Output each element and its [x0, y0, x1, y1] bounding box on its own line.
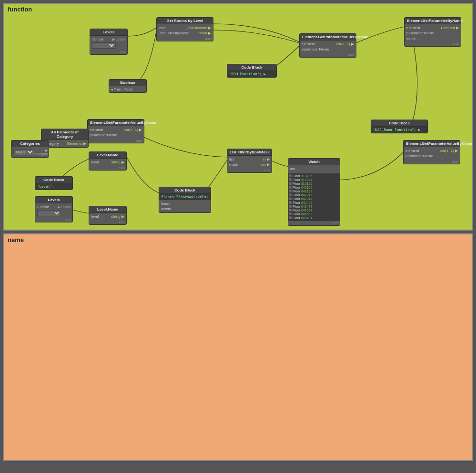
panel-function: function	[3, 3, 473, 231]
wire-svg-top	[4, 4, 472, 230]
node-level-name2-top: Level.Name levelstring ▶ auto	[89, 206, 127, 225]
wire-svg-bottom	[4, 234, 472, 460]
node-title: Element.GetParameterValueByName	[300, 34, 356, 40]
panel-name-label: name	[8, 236, 24, 243]
node-categories-top: Categories Floors▶ Category	[11, 140, 49, 158]
node-title: Level.Name	[89, 206, 126, 213]
workspace: function	[0, 3, 476, 461]
node-codeblock-rom-top: Code Block "ROM_Function"; ▶	[227, 64, 277, 78]
node-title: Levels	[35, 197, 72, 203]
node-codeblock-kac-top: Code Block "KAC_Room Function"; ▶	[371, 120, 428, 133]
panel-name: name	[3, 233, 473, 461]
node-levels2-top: Levels -3 max▶ Levels auto	[35, 196, 73, 222]
node-title: Watch	[288, 159, 340, 165]
node-title: Get Rooms by Level	[157, 18, 213, 24]
node-levels1-top: Levels -3 max▶ Levels auto	[90, 29, 128, 55]
node-elem-get-param-top: Element.GetParameterValueByName elementv…	[299, 33, 356, 58]
node-codeblock-floors-top: Code Block floors:floors==levels; floors…	[159, 187, 211, 213]
node-title: Categories	[11, 141, 49, 147]
node-title: Level.Name	[89, 152, 126, 159]
node-title: Code Block	[227, 64, 276, 71]
node-title: Code Block	[35, 177, 72, 183]
node-title: Element.GetParameterValueByName	[404, 141, 460, 147]
node-elem-set-param-top: Element.SetParameterByName elementElemen…	[404, 17, 461, 47]
node-title: Levels	[90, 29, 127, 36]
node-title: Element.GetParameterValueByName	[88, 120, 144, 126]
node-title: All Elements of Category	[41, 129, 88, 140]
node-elem-get-param3-top: Element.GetParameterValueByName elementv…	[403, 140, 460, 164]
node-title: Boolean	[109, 80, 146, 86]
node-watch-top: Watch list 𝄜Floor313296 𝄜Floor313364 𝄜Fl…	[288, 158, 340, 226]
node-title: Code Block	[371, 120, 427, 127]
node-codeblock-level-top: Code Block "Level";	[35, 176, 73, 190]
node-title: List.FilterByBoolMask	[227, 149, 272, 156]
node-level-name1-top: Level.Name levelstring ▶ auto	[89, 151, 127, 171]
node-get-rooms-top: Get Rooms by Level level_roomName ▶ .exc…	[156, 17, 213, 41]
node-title: Element.SetParameterByName	[405, 18, 461, 24]
panel-function-label: function	[8, 6, 32, 13]
node-elem-get-param2-top: Element.GetParameterValueByName elementv…	[87, 119, 144, 143]
node-title: Code Block	[159, 187, 211, 194]
node-boolean-top: Boolean ● True ○ False	[109, 79, 147, 93]
node-list-filter-top: List.FilterByBoolMask listin ▶ maskout ▶…	[227, 149, 272, 173]
